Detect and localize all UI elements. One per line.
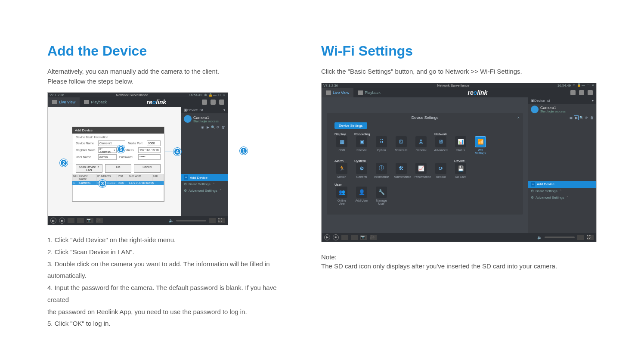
bottom-toolbar: ▶ ■ 📷 🎥 🔈 ⛶ <box>322 233 596 242</box>
tile-reboot[interactable]: ⟳Reboot <box>433 163 448 178</box>
scan-lan-button[interactable]: Scan Device In LAN <box>76 164 102 173</box>
search-icon[interactable]: 🔍 <box>211 125 215 129</box>
tile-sys-general[interactable]: ⚙General <box>354 163 369 178</box>
camera-button[interactable]: 📷 <box>360 235 367 240</box>
tile-info[interactable]: ⓘInformation <box>374 163 389 178</box>
record-icon[interactable]: ◉ <box>201 125 204 129</box>
layout-icon[interactable] <box>202 100 207 105</box>
window-titlebar: V7.1.2.36 Network Surveillance 16:54:49 … <box>48 93 228 97</box>
tab-bar: Live View Playback reolink <box>48 97 228 107</box>
tab-playback[interactable]: Playback <box>353 88 385 97</box>
basic-settings-menu[interactable]: ⚙ Basic Settings ⌃ <box>528 188 596 194</box>
maximize-icon[interactable]: □ <box>586 84 590 87</box>
layout-button[interactable] <box>577 235 584 240</box>
record-icon[interactable]: ◉ <box>569 116 573 120</box>
tile-status[interactable]: 📊Status <box>453 136 468 155</box>
grid-icon[interactable] <box>211 100 216 105</box>
basic-settings-menu[interactable]: ⚙ Basic Settings ⌃ <box>181 181 228 187</box>
clip-button[interactable] <box>77 218 84 223</box>
wifi-icon: 📶 <box>475 136 486 147</box>
tab-live-view[interactable]: Live View <box>322 88 353 97</box>
tile-osd[interactable]: ▦OSD <box>334 136 349 155</box>
snapshot-button[interactable] <box>341 235 348 240</box>
password-input[interactable]: ***** <box>138 154 161 160</box>
settings-breadcrumb[interactable]: Device Settings <box>334 122 367 129</box>
tile-manage-user[interactable]: 🔧Manage User <box>374 187 389 205</box>
lock-icon[interactable]: 🔒 <box>577 84 580 87</box>
close-icon[interactable]: × <box>591 84 594 87</box>
tile-sd-card[interactable]: 💾SD Card <box>453 163 468 178</box>
device-table-row[interactable]: 1 Camera1 192.168.10.10 9000 EC:71:D8:B1… <box>72 181 164 185</box>
maximize-icon[interactable]: □ <box>218 93 221 97</box>
add-device-menu-button[interactable]: + Add Device <box>181 174 228 181</box>
stop-all-button[interactable]: ■ <box>333 234 339 240</box>
register-mode-select[interactable]: IP Address▾ <box>98 147 117 153</box>
close-icon[interactable]: × <box>517 115 520 120</box>
tile-net-advanced[interactable]: 🖥Advanced <box>433 136 448 155</box>
play-icon[interactable]: ▶ <box>574 116 578 120</box>
tile-motion[interactable]: 🏃Motion <box>334 163 349 178</box>
play-all-button[interactable]: ▶ <box>50 218 56 224</box>
video-button[interactable]: 🎥 <box>370 235 377 240</box>
lang-icon[interactable]: ⊕ <box>204 93 207 97</box>
close-icon[interactable]: × <box>223 93 226 97</box>
tile-schedule[interactable]: 🗓Schedule <box>394 136 409 155</box>
tile-encode[interactable]: ▣Encode <box>354 136 369 155</box>
app-version: V7.1.2.36 <box>50 93 75 97</box>
volume-icon[interactable]: 🔈 <box>169 218 173 223</box>
refresh-icon[interactable]: ⟳ <box>585 116 588 120</box>
tile-maintenance[interactable]: 🛠Maintenance <box>394 163 409 178</box>
layout-icon[interactable] <box>570 90 576 95</box>
cancel-button[interactable]: Cancel <box>134 164 161 173</box>
volume-slider[interactable] <box>545 237 575 238</box>
device-list-header[interactable]: ▣ Device list ▾ <box>181 107 228 113</box>
right-column: Wi-Fi Settings Click the "Basic Settings… <box>321 43 597 352</box>
content-row: Device Settings × Device Settings Displa… <box>322 97 596 233</box>
gear-icon[interactable] <box>219 100 224 105</box>
search-icon[interactable]: 🔍 <box>579 116 583 120</box>
add-device-menu-button[interactable]: + Add Device <box>528 181 596 188</box>
camera-button[interactable]: 📷 <box>87 218 93 223</box>
settings-row-1: ▦OSD ▣Encode ⠿Option 🗓Schedule 🖧General … <box>334 136 515 155</box>
layout-button[interactable] <box>209 218 216 223</box>
tile-net-general[interactable]: 🖧General <box>414 136 428 155</box>
note-label: Note: <box>321 253 597 261</box>
tile-online-user[interactable]: 👥Online User <box>334 187 349 205</box>
fullscreen-button[interactable]: ⛶ <box>218 218 225 223</box>
tile-add-user[interactable]: 👤Add User <box>354 187 369 205</box>
play-icon[interactable]: ▶ <box>206 125 210 129</box>
device-list-header[interactable]: ▣ Device list ▾ <box>528 97 596 104</box>
trash-icon[interactable]: 🗑 <box>590 116 594 120</box>
tile-option[interactable]: ⠿Option <box>374 136 389 155</box>
advanced-settings-menu[interactable]: ⚙ Advanced Settings ⌃ <box>181 187 228 194</box>
group-network: Network <box>434 132 447 136</box>
tile-wifi[interactable]: 📶Wifi Settings <box>473 136 488 155</box>
settings-icon: ⚙ <box>184 182 187 186</box>
clip-button[interactable] <box>351 235 358 240</box>
advanced-settings-menu[interactable]: ⚙ Advanced Settings ⌃ <box>528 194 596 201</box>
device-list-item[interactable]: Camera1 Start login success <box>528 104 596 115</box>
lock-icon[interactable]: 🔒 <box>208 93 212 97</box>
grid-icon[interactable] <box>579 90 584 95</box>
user-name-input[interactable]: admin <box>98 154 117 160</box>
tab-playback[interactable]: Playback <box>80 97 111 107</box>
media-port-input[interactable]: 9000 <box>147 140 161 146</box>
volume-icon[interactable]: 🔈 <box>537 235 542 240</box>
tab-live-view[interactable]: Live View <box>48 97 80 107</box>
tile-performance[interactable]: 📈Performance <box>414 163 428 178</box>
refresh-icon[interactable]: ⟳ <box>216 125 220 129</box>
stop-all-button[interactable]: ■ <box>59 218 65 224</box>
snapshot-button[interactable] <box>68 218 74 223</box>
minimize-icon[interactable]: — <box>213 93 217 97</box>
volume-slider[interactable] <box>176 220 206 221</box>
trash-icon[interactable]: 🗑 <box>221 125 225 129</box>
device-list-item[interactable]: Camera1 Start login success <box>181 113 228 125</box>
fullscreen-button[interactable]: ⛶ <box>587 235 594 240</box>
play-all-button[interactable]: ▶ <box>324 234 330 240</box>
minimize-icon[interactable]: — <box>582 84 585 87</box>
ip-address-input[interactable]: 192.168.10.10 <box>138 147 161 153</box>
video-button[interactable]: 🎥 <box>96 218 103 223</box>
gear-icon[interactable] <box>588 90 593 95</box>
lang-icon[interactable]: ⊕ <box>572 84 576 87</box>
ok-button[interactable]: OK <box>105 164 132 173</box>
